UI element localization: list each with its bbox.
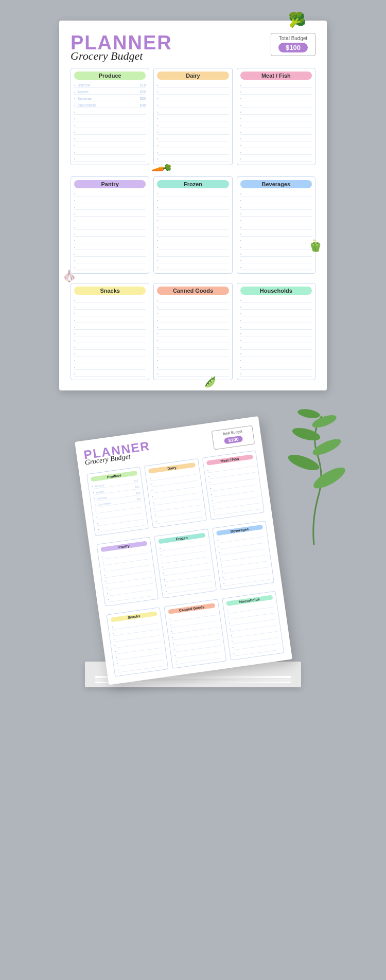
households-row-12: • — [240, 371, 312, 377]
beverages-row-12: • — [240, 265, 312, 270]
snacks-row-4: • — [74, 318, 146, 323]
produce-row-8: • — [74, 130, 146, 135]
small-frozen-lines: • • • • • • • • — [159, 540, 212, 594]
pantry-row-2: • — [74, 198, 146, 203]
budget-label: Total Budget — [278, 35, 308, 41]
dairy-row-12: • — [157, 156, 229, 162]
frozen-row-4: • — [157, 211, 229, 217]
snacks-row-6: • — [74, 331, 146, 336]
small-budget-box: Total Budget $100 — [212, 425, 255, 450]
section-label-beverages: Beverages — [240, 180, 312, 188]
section-label-pantry: Pantry — [74, 180, 146, 188]
section-households: Households • • • • • • • • • • • • — [237, 283, 315, 380]
produce-row-9: • — [74, 136, 146, 141]
dairy-row-1: • — [157, 83, 229, 88]
carrot-spacer: 🥕 — [71, 165, 315, 175]
svg-point-5 — [297, 407, 321, 419]
small-title-block: PLANNER Grocery Budget — [83, 440, 151, 467]
dairy-row-5: • — [157, 110, 229, 115]
budget-box: Total Budget $100 — [271, 33, 315, 56]
produce-row-10: • — [74, 143, 146, 148]
dairy-row-9: • — [157, 136, 229, 141]
pantry-row-9: • — [74, 245, 146, 250]
canned-row-1: • — [157, 298, 229, 303]
small-budget-label: Total Budget — [219, 429, 245, 436]
small-meat-lines: • • • • • • • • — [207, 462, 260, 516]
canned-row-8: • — [157, 345, 229, 350]
meat-row-3: • — [240, 96, 312, 101]
canned-row-7: • — [157, 338, 229, 343]
section-label-dairy: Dairy — [157, 72, 229, 80]
pantry-row-8: • — [74, 238, 146, 243]
households-row-5: • — [240, 325, 312, 330]
snacks-row-12: • — [74, 371, 146, 377]
peas-icon: 🫛 — [204, 376, 217, 388]
snacks-row-9: • — [74, 351, 146, 357]
dairy-row-2: • — [157, 90, 229, 95]
frozen-row-7: • — [157, 231, 229, 237]
pantry-row-1: • — [74, 191, 146, 197]
beverages-row-11: • — [240, 258, 312, 263]
asparagus-icon: 🥦 — [288, 11, 306, 28]
section-meat-fish: Meat / Fish • • • • • • • • • • • • — [237, 68, 315, 165]
sections-grid: Produce •Broccoli$10 •Apples$20 •Bananas… — [71, 68, 315, 165]
households-row-6: • — [240, 331, 312, 336]
small-section-produce: Produce •Broccoli$10 •Apples$20 •Bananas… — [86, 467, 149, 536]
beverages-row-5: • — [240, 218, 312, 223]
section-produce: Produce •Broccoli$10 •Apples$20 •Bananas… — [71, 68, 149, 165]
pantry-row-5: • — [74, 218, 146, 223]
frozen-row-3: • — [157, 205, 229, 210]
meat-row-7: • — [240, 123, 312, 128]
households-row-8: • — [240, 345, 312, 350]
meat-row-12: • — [240, 156, 312, 162]
garlic-spacer: 🧄 — [71, 274, 315, 282]
small-section-pantry: Pantry • • • • • • • • — [96, 537, 159, 606]
small-households-lines: • • • • • • • • — [227, 602, 280, 656]
section-label-canned-goods: Canned Goods — [157, 287, 229, 295]
small-section-frozen: Frozen • • • • • • • • — [154, 529, 216, 598]
produce-row-6: • — [74, 116, 146, 121]
households-row-2: • — [240, 305, 312, 310]
canned-row-12: • — [157, 371, 229, 377]
snacks-row-7: • — [74, 338, 146, 343]
small-section-snacks: Snacks • • • • • • • • — [106, 607, 168, 676]
small-section-dairy: Dairy • • • • • • • • — [144, 458, 206, 528]
meat-row-5: • — [240, 110, 312, 115]
beverages-lines: • • • • • • • • • • • • — [240, 191, 312, 270]
section-label-snacks: Snacks — [74, 287, 146, 295]
canned-row-5: • — [157, 325, 229, 330]
frozen-row-6: • — [157, 225, 229, 230]
canned-row-2: • — [157, 305, 229, 310]
beverages-row-7: • — [240, 231, 312, 237]
dairy-row-6: • — [157, 116, 229, 121]
produce-item-2: •Apples$20 — [74, 90, 146, 95]
main-planner-card: 🥦 PLANNER Grocery Budget Total Budget $1… — [59, 21, 327, 390]
produce-row-7: • — [74, 123, 146, 128]
small-section-households: Households • • • • • • • • — [222, 591, 284, 661]
small-section-canned: Canned Goods • • • • • • • • — [164, 599, 226, 668]
frozen-row-11: • — [157, 258, 229, 263]
produce-row-5: • — [74, 110, 146, 115]
small-budget-value: $100 — [224, 436, 243, 444]
section-label-households: Households — [240, 287, 312, 295]
snacks-row-3: • — [74, 311, 146, 316]
frozen-row-5: • — [157, 218, 229, 223]
canned-lines: • • • • • • • • • • • • — [157, 298, 229, 377]
snacks-row-11: • — [74, 365, 146, 370]
section-canned-goods: Canned Goods • • • • • • • • • • • • 🫛 — [153, 283, 232, 380]
canned-row-3: • — [157, 311, 229, 316]
pantry-row-6: • — [74, 225, 146, 230]
dairy-lines: • • • • • • • • • • • • — [157, 83, 229, 162]
snacks-row-8: • — [74, 345, 146, 350]
small-dairy-lines: • • • • • • • • — [149, 470, 202, 524]
produce-lines: •Broccoli$10 •Apples$20 •Bananas$30 •Cuc… — [74, 83, 146, 162]
dairy-row-11: • — [157, 150, 229, 155]
beverages-row-3: • — [240, 205, 312, 210]
small-produce-lines: •Broccoli$10 •Apples$20 •Bananas$30 •Cuc… — [92, 478, 145, 532]
beverages-row-6: • — [240, 225, 312, 230]
meat-row-8: • — [240, 130, 312, 135]
households-row-7: • — [240, 338, 312, 343]
canned-row-6: • — [157, 331, 229, 336]
pantry-row-7: • — [74, 231, 146, 237]
snacks-row-1: • — [74, 298, 146, 303]
